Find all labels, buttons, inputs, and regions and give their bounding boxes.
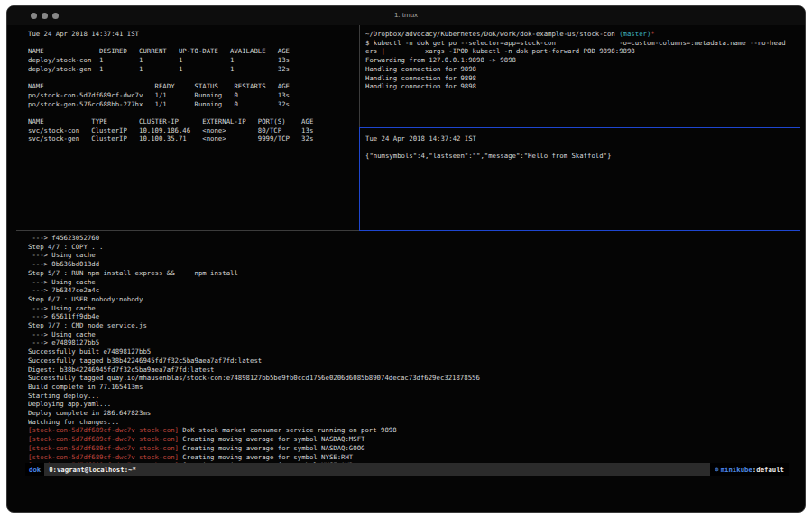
- terminal-line: ---> Using cache: [28, 330, 800, 339]
- terminal-line: Tue 24 Apr 2018 14:37:41 IST: [28, 30, 357, 39]
- session-name: dok: [25, 463, 44, 476]
- terminal-line: deploy/stock-con 1 1 1 1 13s: [28, 56, 357, 65]
- terminal-line: [stock-con-5d7df689cf-dwc7v stock-con] C…: [28, 435, 800, 444]
- terminal-line: Successfully built e74898127bb5: [28, 347, 800, 356]
- terminal-line: Handling connection for 9898: [365, 65, 800, 74]
- kube-context-host: minikube: [721, 466, 752, 474]
- terminal-line: Watching for changes...: [28, 418, 800, 427]
- pane-kubectl-watch[interactable]: Tue 24 Apr 2018 14:37:41 ISTNAME DESIRED…: [28, 30, 357, 233]
- terminal-line: {"numsymbols":4,"lastseen":"","message":…: [365, 152, 800, 161]
- pane-border-vertical-top: [359, 25, 360, 127]
- terminal-line: [stock-con-5d7df689cf-dwc7v stock-con] C…: [28, 453, 800, 462]
- kube-context-namespace: :default: [752, 466, 784, 474]
- terminal-line: [28, 74, 357, 83]
- terminal-line: Step 7/7 : CMD node service.js: [28, 321, 800, 330]
- tmux-session: Tue 24 Apr 2018 14:37:41 ISTNAME DESIRED…: [7, 25, 805, 463]
- pane-curl-output[interactable]: Tue 24 Apr 2018 14:37:42 IST{"numsymbols…: [365, 134, 800, 228]
- terminal-line: [stock-con-5d7df689cf-dwc7v stock-con] D…: [28, 426, 800, 435]
- terminal-line: Digest: b38b42246945fd7f32c5ba9aea7af7fd…: [28, 365, 800, 375]
- terminal-line: po/stock-gen-576cc688bb-277hx 1/1 Runnin…: [28, 100, 357, 109]
- terminal-line: Deploy complete in 286.647823ms: [28, 409, 800, 418]
- terminal-line: Step 4/7 : COPY . .: [28, 243, 800, 252]
- terminal-line: svc/stock-gen ClusterIP 10.100.35.71 <no…: [28, 134, 357, 143]
- terminal-line: po/stock-con-5d7df689cf-dwc7v 1/1 Runnin…: [28, 91, 357, 100]
- terminal-line: [365, 143, 800, 153]
- terminal-line: deploy/stock-gen 1 1 1 1 32s: [28, 65, 357, 74]
- terminal-line: Step 6/7 : USER nobody:nobody: [28, 295, 800, 304]
- terminal-line: [28, 39, 357, 48]
- terminal-line: ---> f45623052760: [28, 234, 800, 243]
- terminal-line: $ kubectl -n dok get po --selector=app=s…: [365, 39, 800, 48]
- terminal-line: ~/Dropbox/advocacy/Kubernetes/DoK/work/d…: [365, 30, 800, 39]
- terminal-line: ---> Using cache: [28, 278, 800, 287]
- terminal-line: ---> Using cache: [28, 251, 800, 260]
- window-titlebar: 1. tmux: [7, 6, 805, 25]
- window-title: 1. tmux: [7, 11, 805, 19]
- pane-border-horizontal-left: [16, 230, 359, 231]
- terminal-line: [28, 108, 357, 117]
- kubernetes-helm-icon: ☸: [715, 466, 718, 474]
- terminal-line: NAME TYPE CLUSTER-IP EXTERNAL-IP PORT(S)…: [28, 117, 357, 126]
- terminal-line: Step 5/7 : RUN npm install express && np…: [28, 269, 800, 278]
- tmux-status-bar: dok 0:vagrant@localhost:~* ☸ minikube :d…: [25, 463, 789, 476]
- terminal-line: Tue 24 Apr 2018 14:37:42 IST: [365, 134, 800, 143]
- terminal-line: Successfully tagged quay.io/mhausenblas/…: [28, 374, 800, 383]
- terminal-line: Successfully tagged b38b42246945fd7f32c5…: [28, 356, 800, 365]
- terminal-line: ers | xargs -IPOD kubectl -n dok port-fo…: [365, 47, 800, 56]
- pane-border-active-bottom: [359, 230, 800, 231]
- terminal-line: NAME DESIRED CURRENT UP-TO-DATE AVAILABL…: [28, 47, 357, 56]
- terminal-line: svc/stock-con ClusterIP 10.109.186.46 <n…: [28, 126, 357, 135]
- terminal-line: Forwarding from 127.0.0.1:9898 -> 9898: [365, 56, 800, 65]
- terminal-line: Handling connection for 9898: [365, 74, 800, 83]
- terminal-line: Deploying app.yaml...: [28, 400, 800, 409]
- terminal-line: Build complete in 77.165413ms: [28, 383, 800, 392]
- terminal-line: ---> 0b636bd013dd: [28, 260, 800, 269]
- terminal-line: ---> Using cache: [28, 304, 800, 313]
- status-right: ☸ minikube :default: [710, 463, 789, 476]
- pane-border-active-top: [359, 127, 800, 128]
- terminal-line: NAME READY STATUS RESTARTS AGE: [28, 82, 357, 91]
- window-tab[interactable]: 0:vagrant@localhost:~*: [49, 466, 136, 474]
- terminal-line: ---> 7b6347ce2a4c: [28, 286, 800, 295]
- terminal-line: Starting deploy...: [28, 392, 800, 401]
- terminal-line: [stock-con-5d7df689cf-dwc7v stock-con] C…: [28, 444, 800, 453]
- terminal-line: ---> e74898127bb5: [28, 338, 800, 347]
- pane-border-active-left: [359, 127, 360, 230]
- pane-port-forward[interactable]: ~/Dropbox/advocacy/Kubernetes/DoK/work/d…: [365, 30, 800, 127]
- terminal-line: ---> 65611ff9db4e: [28, 312, 800, 321]
- terminal-line: Handling connection for 9898: [365, 82, 800, 91]
- pane-skaffold-log[interactable]: ---> f45623052760Step 4/7 : COPY . . ---…: [28, 234, 800, 470]
- terminal-window: 1. tmux Tue 24 Apr 2018 14:37:41 ISTNAME…: [6, 5, 806, 513]
